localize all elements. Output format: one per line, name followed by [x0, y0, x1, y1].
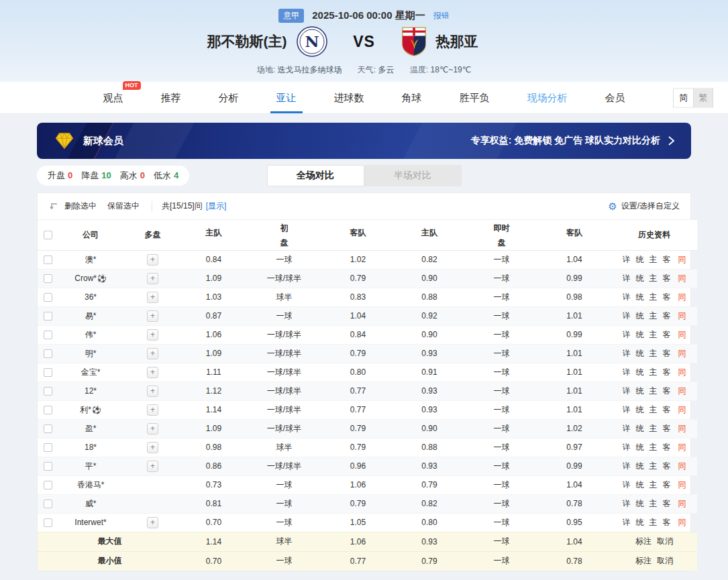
company-name[interactable]: 明* [85, 349, 97, 358]
select-all-checkbox[interactable] [44, 231, 52, 239]
history-link[interactable]: 主 [649, 499, 658, 508]
history-link[interactable]: 统 [636, 311, 644, 321]
row-checkbox[interactable] [44, 518, 52, 527]
half-match-tab[interactable]: 半场对比 [364, 165, 462, 186]
expand-multi-odds-button[interactable]: + [147, 423, 158, 434]
history-link[interactable]: 主 [649, 349, 658, 358]
history-link[interactable]: 客 [663, 461, 671, 471]
history-link[interactable]: 统 [636, 424, 644, 433]
expand-multi-odds-button[interactable]: + [147, 310, 158, 322]
company-name[interactable]: 36* [85, 292, 97, 302]
history-link[interactable]: 详 [623, 499, 631, 508]
same-odds-link[interactable]: 同 [678, 424, 686, 433]
company-name[interactable]: 利* [80, 405, 91, 414]
same-odds-link[interactable]: 同 [678, 274, 686, 283]
same-odds-link[interactable]: 同 [678, 405, 686, 414]
row-checkbox[interactable] [44, 387, 52, 396]
history-link[interactable]: 主 [649, 443, 658, 452]
history-link[interactable]: 客 [663, 443, 671, 452]
row-checkbox[interactable] [44, 368, 52, 377]
company-name[interactable]: 伟* [85, 330, 97, 339]
company-name[interactable]: 平* [85, 461, 97, 471]
expand-multi-odds-button[interactable]: + [147, 404, 158, 416]
same-odds-link[interactable]: 同 [678, 311, 686, 321]
company-name[interactable]: 易* [85, 311, 97, 321]
history-link[interactable]: 统 [636, 367, 644, 377]
same-odds-link[interactable]: 同 [678, 499, 686, 508]
nav-tab[interactable]: 进球数 [331, 82, 367, 113]
history-link[interactable]: 主 [649, 367, 658, 377]
history-link[interactable]: 客 [663, 424, 671, 433]
lang-traditional-button[interactable]: 繁 [693, 89, 713, 107]
row-checkbox[interactable] [44, 331, 52, 339]
expand-multi-odds-button[interactable]: + [147, 367, 158, 378]
history-link[interactable]: 主 [649, 424, 658, 433]
same-odds-link[interactable]: 同 [678, 292, 686, 302]
history-link[interactable]: 详 [623, 424, 631, 433]
expand-multi-odds-button[interactable]: + [147, 517, 158, 528]
row-checkbox[interactable] [44, 500, 52, 508]
same-odds-link[interactable]: 同 [678, 480, 686, 489]
history-link[interactable]: 统 [636, 330, 644, 339]
same-odds-link[interactable]: 同 [678, 443, 686, 452]
history-link[interactable]: 详 [623, 255, 631, 264]
history-link[interactable]: 客 [663, 349, 671, 358]
expand-multi-odds-button[interactable]: + [147, 292, 158, 303]
history-link[interactable]: 统 [636, 292, 644, 302]
company-name[interactable]: 12* [85, 386, 97, 396]
report-error-link[interactable]: 报错 [433, 10, 450, 21]
history-link[interactable]: 主 [649, 274, 658, 283]
row-checkbox[interactable] [44, 443, 52, 452]
history-link[interactable]: 客 [663, 292, 671, 302]
history-link[interactable]: 客 [663, 480, 671, 489]
history-link[interactable]: 统 [636, 274, 644, 283]
same-odds-link[interactable]: 同 [678, 349, 686, 358]
nav-tab[interactable]: 亚让 [274, 82, 299, 113]
expand-multi-odds-button[interactable]: + [147, 329, 158, 341]
delete-selected-button[interactable]: 删除选中 [64, 200, 97, 212]
history-link[interactable]: 统 [636, 480, 644, 489]
nav-tab[interactable]: 角球 [399, 82, 425, 113]
same-odds-link[interactable]: 同 [678, 518, 686, 527]
expand-multi-odds-button[interactable]: + [147, 461, 158, 472]
expand-multi-odds-button[interactable]: + [147, 254, 158, 266]
history-link[interactable]: 详 [623, 274, 631, 283]
history-link[interactable]: 主 [649, 461, 658, 471]
company-name[interactable]: 金宝* [81, 367, 101, 377]
history-link[interactable]: 详 [623, 518, 631, 527]
expand-multi-odds-button[interactable]: + [147, 442, 158, 453]
expand-multi-odds-button[interactable]: + [147, 273, 158, 284]
history-link[interactable]: 统 [636, 461, 644, 471]
nav-tab[interactable]: 现场分析 [525, 82, 570, 113]
history-link[interactable]: 详 [623, 349, 631, 358]
row-checkbox[interactable] [44, 406, 52, 414]
history-link[interactable]: 统 [636, 499, 644, 508]
summary-link[interactable]: 取消 [657, 536, 673, 546]
history-link[interactable]: 客 [663, 405, 671, 414]
same-odds-link[interactable]: 同 [678, 330, 686, 339]
history-link[interactable]: 主 [649, 311, 658, 321]
company-name[interactable]: 澳* [85, 255, 97, 264]
history-link[interactable]: 客 [663, 499, 671, 508]
same-odds-link[interactable]: 同 [678, 461, 686, 471]
history-link[interactable]: 统 [636, 349, 644, 358]
vip-membership-banner[interactable]: 新球会员 专享权益: 免费解锁 免广告 球队实力对比分析 [37, 123, 691, 159]
show-link[interactable]: [显示] [206, 200, 227, 212]
company-name[interactable]: Interwet* [74, 518, 106, 527]
row-checkbox[interactable] [44, 424, 52, 433]
summary-link[interactable]: 标注 [635, 556, 652, 565]
history-link[interactable]: 统 [636, 386, 644, 396]
company-name[interactable]: 威* [85, 499, 97, 508]
row-checkbox[interactable] [44, 255, 52, 264]
full-match-tab[interactable]: 全场对比 [267, 165, 364, 186]
nav-tab[interactable]: 观点 HOT [101, 82, 126, 113]
history-link[interactable]: 统 [636, 518, 644, 527]
expand-multi-odds-button[interactable]: + [147, 348, 158, 359]
keep-selected-button[interactable]: 保留选中 [107, 200, 140, 212]
history-link[interactable]: 客 [663, 330, 671, 339]
history-link[interactable]: 统 [636, 443, 644, 452]
company-name[interactable]: 18* [85, 443, 97, 452]
row-checkbox[interactable] [44, 293, 52, 302]
lang-simplified-button[interactable]: 简 [674, 89, 693, 107]
row-checkbox[interactable] [44, 481, 52, 489]
